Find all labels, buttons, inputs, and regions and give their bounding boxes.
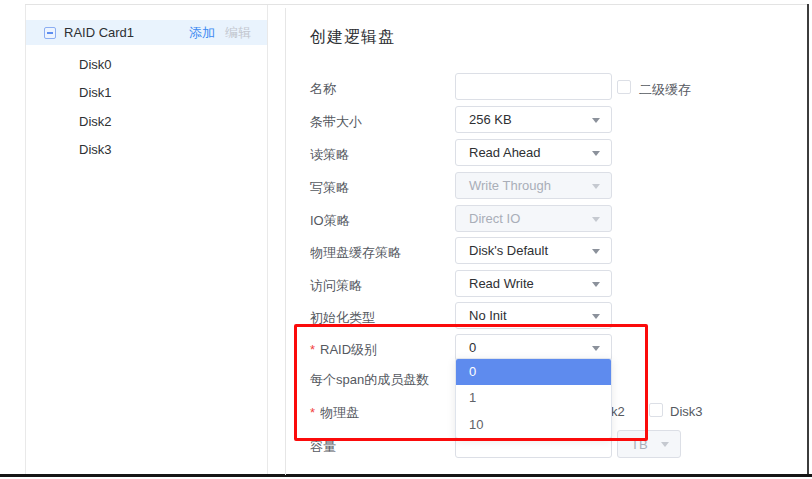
raid-level-label: *RAID级别 xyxy=(310,341,377,359)
raid-level-value: 0 xyxy=(469,340,476,355)
raid-level-select[interactable]: 0 xyxy=(455,334,612,361)
disk2-partial-label: k2 xyxy=(611,404,625,419)
capacity-label: 容量 xyxy=(310,438,336,456)
disk-cache-policy-value: Disk's Default xyxy=(469,243,548,258)
required-asterisk: * xyxy=(310,342,315,357)
stripe-size-select[interactable]: 256 KB xyxy=(455,106,612,133)
init-type-label: 初始化类型 xyxy=(310,309,375,327)
tree-node-label: RAID Card1 xyxy=(64,25,134,40)
read-policy-select[interactable]: Read Ahead xyxy=(455,139,612,166)
page-right-border xyxy=(807,4,809,475)
io-policy-value: Direct IO xyxy=(469,211,520,226)
physical-disk-label: *物理盘 xyxy=(310,404,359,422)
name-label: 名称 xyxy=(310,80,336,98)
write-policy-value: Write Through xyxy=(469,178,551,193)
name-input[interactable] xyxy=(455,73,612,100)
raid-level-option-0[interactable]: 0 xyxy=(456,359,611,385)
access-policy-select[interactable]: Read Write xyxy=(455,270,612,297)
raid-level-option-10[interactable]: 10 xyxy=(456,412,611,438)
tree-node-disk0[interactable]: Disk0 xyxy=(79,58,112,72)
edit-link[interactable]: 编辑 xyxy=(225,24,251,42)
tree-node-disk3[interactable]: Disk3 xyxy=(79,143,112,157)
add-link[interactable]: 添加 xyxy=(189,24,215,42)
write-policy-select: Write Through xyxy=(455,172,612,199)
raid-tree-sidebar: RAID Card1 添加 编辑 Disk0 Disk1 Disk2 Disk3 xyxy=(25,5,268,474)
init-type-value: No Init xyxy=(469,308,507,323)
secondary-cache-checkbox[interactable] xyxy=(617,80,631,94)
disk-cache-policy-label: 物理盘缓存策略 xyxy=(310,244,401,262)
dropdown-arrow-icon xyxy=(592,314,600,319)
dropdown-arrow-icon xyxy=(592,217,600,222)
collapse-minus-icon[interactable] xyxy=(44,27,56,39)
capacity-unit-select[interactable]: TB xyxy=(617,430,681,458)
form-title: 创建逻辑盘 xyxy=(310,27,395,48)
page-bottom-border xyxy=(0,474,812,477)
io-policy-label: IO策略 xyxy=(310,212,350,230)
tree-node-actions: 添加 编辑 xyxy=(189,24,251,42)
read-policy-label: 读策略 xyxy=(310,146,349,164)
access-policy-label: 访问策略 xyxy=(310,277,362,295)
dropdown-arrow-icon xyxy=(592,118,600,123)
io-policy-select: Direct IO xyxy=(455,205,612,232)
init-type-select[interactable]: No Init xyxy=(455,302,612,329)
stripe-size-label: 条带大小 xyxy=(310,113,362,131)
dropdown-arrow-icon xyxy=(592,249,600,254)
tree-node-disk2[interactable]: Disk2 xyxy=(79,115,112,129)
raid-level-option-1[interactable]: 1 xyxy=(456,385,611,411)
capacity-unit-value: TB xyxy=(631,437,648,452)
form-panel-left-border xyxy=(285,8,286,475)
dropdown-arrow-icon xyxy=(592,282,600,287)
read-policy-value: Read Ahead xyxy=(469,145,541,160)
secondary-cache-label: 二级缓存 xyxy=(639,81,691,99)
write-policy-label: 写策略 xyxy=(310,179,349,197)
raid-level-dropdown-panel: 0 1 10 xyxy=(455,358,612,439)
dropdown-arrow-icon xyxy=(592,151,600,156)
disk3-checkbox-label: Disk3 xyxy=(670,404,703,419)
dropdown-arrow-icon xyxy=(661,442,669,447)
tree-node-disk1[interactable]: Disk1 xyxy=(79,86,112,100)
tree-node-raid-card1[interactable]: RAID Card1 添加 编辑 xyxy=(26,20,267,45)
disk3-checkbox[interactable] xyxy=(649,403,663,417)
access-policy-value: Read Write xyxy=(469,276,534,291)
stripe-size-value: 256 KB xyxy=(469,112,512,127)
dropdown-arrow-icon xyxy=(592,346,600,351)
required-asterisk: * xyxy=(310,405,315,420)
span-members-label: 每个span的成员盘数 xyxy=(310,371,429,389)
disk-cache-policy-select[interactable]: Disk's Default xyxy=(455,237,612,264)
dropdown-arrow-icon xyxy=(592,184,600,189)
